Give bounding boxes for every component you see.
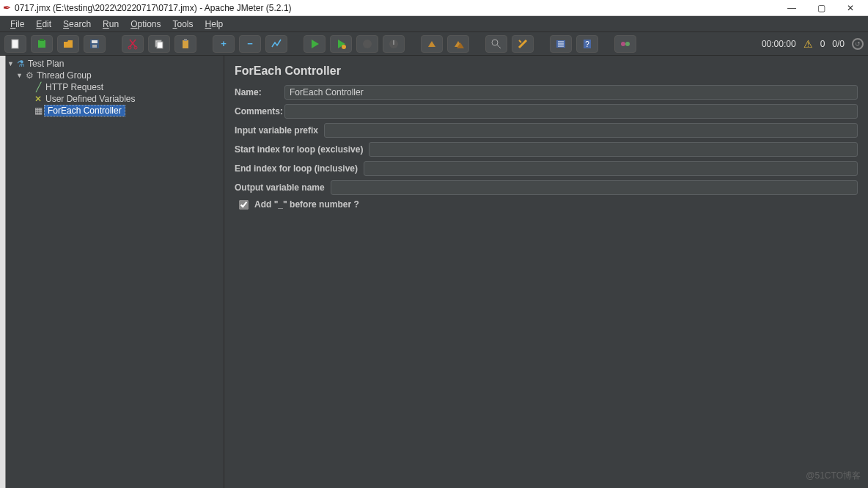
window-close-button[interactable]: ✕	[836, 0, 865, 16]
start-no-timers-button[interactable]	[330, 35, 352, 53]
panel-heading: ForEach Controller	[235, 64, 858, 78]
editor-panel: ForEach Controller Name: Comments: Input…	[224, 56, 868, 488]
start-button[interactable]	[304, 35, 326, 53]
warning-icon[interactable]: ⚠	[803, 38, 813, 50]
menu-edit[interactable]: Edit	[32, 18, 56, 31]
function-helper-button[interactable]	[550, 35, 572, 53]
tools-icon: ✕	[32, 94, 44, 104]
tree-node-http-request[interactable]: ╱ HTTP Request	[6, 81, 224, 93]
gear-icon: ⚙	[23, 70, 35, 81]
svg-text:?: ?	[585, 40, 589, 48]
active-threads: 0/0	[832, 39, 845, 49]
menu-options[interactable]: Options	[126, 18, 165, 31]
collapse-all-button[interactable]: −	[239, 35, 261, 53]
svg-rect-0	[12, 40, 18, 48]
svg-point-13	[363, 40, 372, 48]
clear-button[interactable]	[421, 35, 443, 53]
tree-node-thread-group[interactable]: ▼ ⚙ Thread Group	[6, 70, 224, 81]
svg-rect-11	[184, 39, 187, 41]
window-maximize-button[interactable]: ▢	[806, 0, 836, 16]
new-button[interactable]	[4, 35, 26, 53]
svg-rect-4	[92, 40, 98, 43]
input-end-index[interactable]	[364, 161, 858, 176]
toggle-button[interactable]	[265, 35, 287, 53]
label-input-prefix: Input variable prefix	[235, 125, 318, 136]
menu-search[interactable]: Search	[59, 18, 95, 31]
clear-all-button[interactable]	[447, 35, 469, 53]
window-minimize-button[interactable]: —	[777, 0, 806, 16]
input-comments[interactable]	[284, 104, 858, 119]
checkbox-add-underscore[interactable]	[239, 200, 249, 210]
watermark: @51CTO博客	[806, 470, 861, 482]
menu-bar: File Edit Search Run Options Tools Help	[0, 16, 868, 32]
window-titlebar: ✒ 0717.jmx (E:\testing\2022\20220717\071…	[0, 0, 868, 16]
cut-button[interactable]	[122, 35, 144, 53]
menu-help[interactable]: Help	[201, 18, 228, 31]
label-start-index: Start index for loop (exclusive)	[235, 144, 363, 155]
svg-point-16	[492, 40, 498, 45]
beaker-icon: ⚗	[15, 59, 26, 69]
label-output-name: Output variable name	[235, 182, 325, 193]
open-button[interactable]	[57, 35, 79, 53]
threads-indicator-icon: ↺	[852, 38, 864, 50]
reset-search-button[interactable]	[512, 35, 534, 53]
input-output-variable-name[interactable]	[331, 180, 858, 195]
help-button[interactable]: ?	[576, 35, 598, 53]
templates-button[interactable]	[31, 35, 53, 53]
controller-icon: ▦	[32, 106, 44, 116]
svg-point-20	[621, 42, 625, 46]
svg-rect-5	[92, 45, 97, 48]
label-end-index: End index for loop (inclusive)	[235, 163, 358, 174]
shutdown-button[interactable]	[383, 35, 405, 53]
svg-point-12	[342, 45, 346, 49]
warning-count: 0	[820, 39, 825, 49]
input-start-index[interactable]	[369, 142, 858, 157]
pipette-icon: ╱	[32, 82, 44, 92]
search-button[interactable]	[485, 35, 507, 53]
tree-expand-icon[interactable]: ▼	[7, 60, 15, 67]
input-name[interactable]	[284, 85, 858, 100]
tree-node-user-defined-variables[interactable]: ✕ User Defined Variables	[6, 93, 224, 105]
toolbar: + − ? 00:00:00 ⚠ 0 0/0 ↺	[0, 32, 868, 56]
menu-tools[interactable]: Tools	[169, 18, 198, 31]
svg-rect-1	[38, 40, 45, 48]
copy-button[interactable]	[148, 35, 170, 53]
save-button[interactable]	[84, 35, 106, 53]
svg-rect-9	[157, 42, 163, 48]
svg-point-21	[625, 42, 630, 46]
svg-rect-10	[183, 40, 188, 48]
paste-button[interactable]	[174, 35, 196, 53]
menu-file[interactable]: File	[6, 18, 29, 31]
app-icon: ✒	[3, 2, 11, 13]
tree-node-foreach-controller[interactable]: ▦ ForEach Controller	[6, 105, 224, 117]
label-add-underscore: Add "_" before number ?	[254, 199, 359, 210]
extras-button[interactable]	[614, 35, 636, 53]
tree-expand-icon[interactable]: ▼	[16, 72, 23, 79]
stop-button[interactable]	[356, 35, 378, 53]
label-name: Name:	[235, 87, 279, 97]
svg-rect-2	[40, 39, 44, 41]
svg-rect-15	[393, 40, 394, 45]
menu-run[interactable]: Run	[98, 18, 123, 31]
test-plan-tree[interactable]: ▼ ⚗ Test Plan ▼ ⚙ Thread Group ╱ HTTP Re…	[6, 56, 224, 488]
elapsed-time: 00:00:00	[762, 39, 796, 49]
expand-all-button[interactable]: +	[213, 35, 235, 53]
tree-node-test-plan[interactable]: ▼ ⚗ Test Plan	[6, 58, 224, 70]
left-gutter	[0, 56, 6, 488]
label-comments: Comments:	[235, 106, 279, 117]
window-title: 0717.jmx (E:\testing\2022\20220717\0717.…	[15, 3, 292, 13]
input-variable-prefix[interactable]	[324, 123, 858, 138]
